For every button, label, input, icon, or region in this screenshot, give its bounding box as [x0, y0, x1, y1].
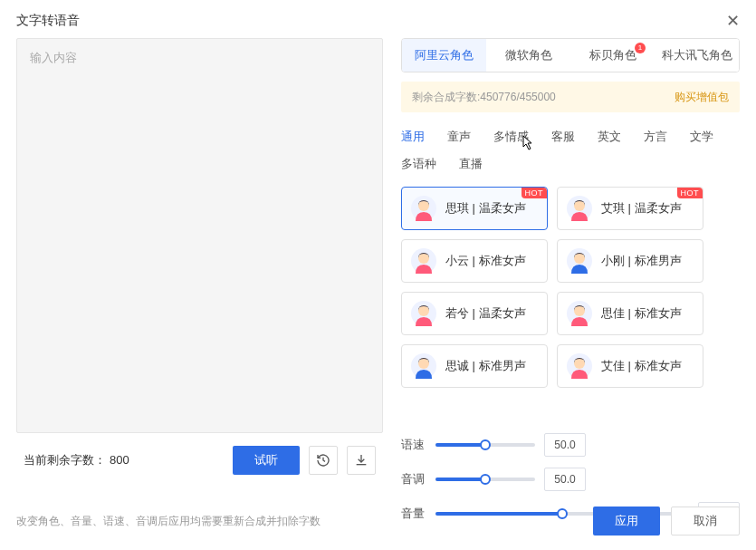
history-icon [316, 453, 330, 468]
avatar-icon [411, 248, 436, 274]
category-tab[interactable]: 直播 [459, 150, 496, 178]
voice-label: 艾佳 | 标准女声 [601, 358, 682, 374]
voice-label: 思诚 | 标准男声 [445, 358, 526, 374]
category-tab[interactable]: 英文 [598, 123, 635, 150]
category-tab[interactable]: 童声 [447, 123, 484, 150]
voice-card[interactable]: 若兮 | 温柔女声 [401, 292, 548, 335]
voice-card[interactable]: 思佳 | 标准女声 [557, 292, 703, 335]
voice-label: 小云 | 标准女声 [445, 253, 526, 269]
provider-tab[interactable]: 科大讯飞角色 [655, 39, 739, 72]
close-button[interactable]: ✕ [726, 13, 740, 29]
input-placeholder: 输入内容 [30, 50, 369, 66]
avatar-icon [411, 301, 436, 326]
category-tab[interactable]: 多情感 [493, 123, 542, 150]
voice-card[interactable]: 艾琪 | 温柔女声HOT [557, 187, 703, 230]
category-tab[interactable]: 方言 [644, 123, 681, 150]
voice-card[interactable]: 思诚 | 标准男声 [401, 344, 548, 388]
pitch-value: 50.0 [544, 468, 586, 491]
speed-slider-row: 语速 50.0 [401, 433, 586, 457]
apply-button[interactable]: 应用 [593, 507, 660, 536]
buy-link[interactable]: 购买增值包 [675, 90, 729, 105]
history-button[interactable] [309, 446, 338, 475]
avatar-icon [567, 353, 592, 379]
category-tab[interactable]: 文学 [690, 123, 727, 150]
provider-tab[interactable]: 微软角色 [486, 39, 570, 72]
voice-card[interactable]: 思琪 | 温柔女声HOT [401, 187, 548, 230]
speed-slider[interactable] [435, 443, 535, 447]
quota-bar: 剩余合成字数:450776/455000 购买增值包 [401, 82, 740, 112]
voice-label: 思琪 | 温柔女声 [445, 200, 526, 217]
voice-list: 思琪 | 温柔女声HOT艾琪 | 温柔女声HOT小云 | 标准女声小刚 | 标准… [401, 187, 740, 388]
preview-button[interactable]: 试听 [233, 446, 300, 475]
hot-badge: HOT [677, 188, 703, 198]
speed-value: 50.0 [544, 433, 586, 457]
voice-label: 艾琪 | 温柔女声 [601, 200, 682, 217]
tab-badge: 1 [635, 43, 646, 53]
cancel-button[interactable]: 取消 [671, 507, 740, 536]
voice-card[interactable]: 艾佳 | 标准女声 [557, 344, 703, 388]
provider-tabs: 阿里云角色微软角色标贝角色1科大讯飞角色 [401, 38, 740, 72]
avatar-icon [567, 301, 592, 326]
pitch-slider-row: 音调 50.0 [401, 468, 586, 491]
category-tab[interactable]: 客服 [551, 123, 589, 150]
category-tabs: 通用童声多情感客服英文方言文学多语种直播 [401, 123, 740, 178]
voice-card[interactable]: 小云 | 标准女声 [401, 239, 548, 283]
quota-text: 剩余合成字数:450776/455000 [412, 90, 556, 105]
voice-label: 小刚 | 标准男声 [601, 253, 682, 269]
download-button[interactable] [347, 446, 376, 475]
voice-label: 思佳 | 标准女声 [601, 305, 682, 322]
provider-tab[interactable]: 标贝角色1 [570, 39, 655, 72]
category-tab[interactable]: 通用 [401, 123, 438, 150]
page-title: 文字转语音 [16, 13, 80, 29]
avatar-icon [411, 196, 436, 221]
download-icon [354, 453, 368, 468]
provider-tab[interactable]: 阿里云角色 [402, 39, 486, 72]
avatar-icon [567, 248, 592, 274]
avatar-icon [411, 353, 436, 379]
voice-label: 若兮 | 温柔女声 [445, 305, 526, 322]
avatar-icon [567, 196, 592, 221]
voice-card[interactable]: 小刚 | 标准男声 [557, 239, 703, 283]
pitch-slider[interactable] [435, 478, 535, 481]
hot-badge: HOT [522, 188, 548, 198]
text-input[interactable]: 输入内容 [16, 38, 383, 433]
category-tab[interactable]: 多语种 [401, 150, 450, 178]
footer-note: 改变角色、音量、语速、音调后应用均需要重新合成并扣除字数 [16, 514, 582, 529]
char-count: 当前剩余字数：800 [24, 452, 224, 468]
